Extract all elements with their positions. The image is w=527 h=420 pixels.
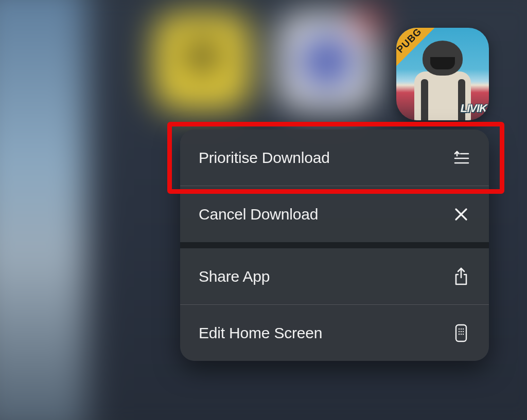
svg-point-9	[461, 328, 462, 329]
svg-point-10	[463, 328, 464, 329]
menu-item-cancel-download[interactable]: Cancel Download	[180, 186, 489, 242]
blurred-app-icon	[155, 14, 250, 109]
close-icon	[452, 205, 470, 224]
app-icon-ribbon: PUBG	[396, 28, 436, 68]
menu-item-label: Share App	[199, 268, 270, 285]
menu-item-label: Cancel Download	[199, 206, 318, 223]
menu-item-edit-home-screen[interactable]: Edit Home Screen	[180, 305, 489, 361]
menu-item-share-app[interactable]: Share App	[180, 248, 489, 304]
menu-item-label: Prioritise Download	[199, 149, 330, 167]
prioritise-icon	[452, 149, 470, 167]
svg-rect-7	[456, 325, 466, 341]
svg-point-11	[459, 331, 460, 332]
svg-point-16	[463, 333, 464, 334]
svg-point-13	[463, 331, 464, 332]
menu-section-separator	[180, 242, 489, 248]
svg-point-8	[459, 328, 460, 329]
notification-badge	[355, 8, 380, 33]
share-icon	[452, 267, 470, 286]
svg-point-14	[459, 333, 460, 334]
menu-item-prioritise-download[interactable]: Prioritise Download	[180, 130, 489, 186]
svg-point-15	[461, 333, 462, 334]
svg-point-12	[461, 331, 462, 332]
app-icon-subtitle: LIVIK	[461, 102, 487, 115]
menu-item-label: Edit Home Screen	[199, 324, 322, 342]
blurred-app-icon	[279, 14, 375, 109]
context-menu: Prioritise Download Cancel Download Shar…	[180, 130, 489, 361]
phone-grid-icon	[452, 324, 470, 342]
app-icon-pubg[interactable]: PUBG LIVIK	[396, 28, 489, 120]
